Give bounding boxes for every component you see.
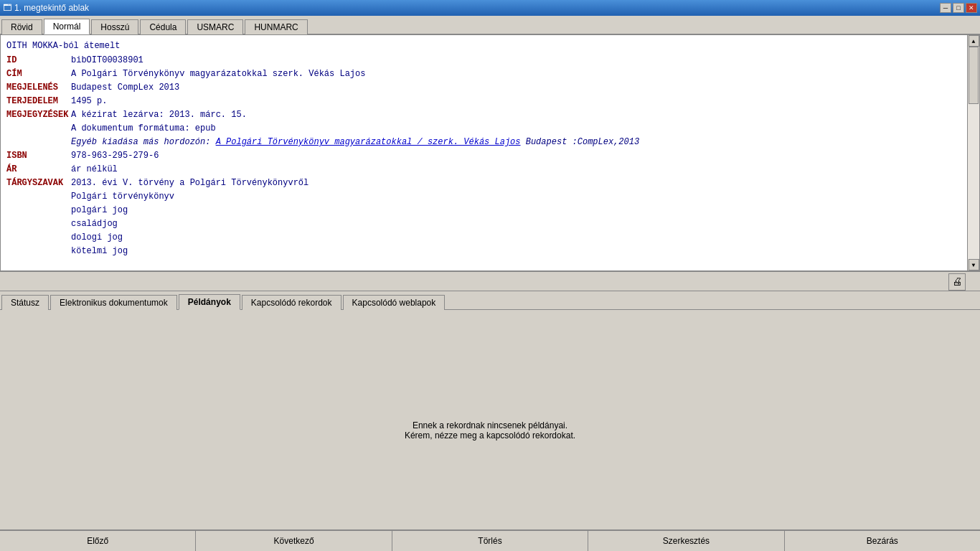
- scroll-up-arrow[interactable]: ▲: [969, 35, 979, 47]
- field-label-targy: TÁRGYSZAVAK: [6, 176, 71, 189]
- record-field-megjegyzes: MEGJEGYZÉSEK A kézirat lezárva: 2013. má…: [6, 108, 965, 121]
- field-label-targy6: [6, 245, 71, 258]
- window-icon: 🗔: [3, 3, 11, 13]
- record-field-targy5: dologi jog: [6, 231, 965, 244]
- egyeb-kiadas-prefix: Egyéb kiadása más hordozón:: [71, 137, 216, 147]
- elozо-button[interactable]: Előző: [0, 531, 196, 551]
- field-value-megjegyzes2: A dokumentum formátuma: epub: [71, 122, 216, 135]
- record-field-targy6: kötelmi jog: [6, 245, 965, 258]
- record-content-inner: OITH MOKKA-ból átemelt ID bibOIT00038901…: [1, 35, 979, 270]
- vertical-scrollbar[interactable]: ▲ ▼: [967, 35, 979, 270]
- field-value-id: bibOIT00038901: [71, 54, 143, 67]
- record-content-area: OITH MOKKA-ból átemelt ID bibOIT00038901…: [0, 34, 980, 271]
- field-value-cim: A Polgári Törvénykönyv magyarázatokkal s…: [71, 67, 365, 80]
- record-field-terjedelem: TERJEDELEM 1495 p.: [6, 95, 965, 108]
- field-label-megjegyzes2: [6, 122, 71, 135]
- title-bar-controls: ─ □ ✕: [940, 3, 977, 13]
- field-label-megjegyzes3: [6, 136, 71, 149]
- torles-button[interactable]: Törlés: [392, 531, 588, 551]
- tab-normal[interactable]: Normál: [44, 19, 90, 34]
- field-label-megjelenes: MEGJELENÉS: [6, 81, 71, 94]
- main-window: 🗔 1. megtekintő ablak ─ □ ✕ Rövid Normál…: [0, 0, 980, 551]
- top-tab-bar: Rövid Normál Hosszú Cédula USMARC HUNMAR…: [0, 16, 980, 34]
- field-label-targy4: [6, 217, 71, 230]
- record-field-megjegyzes3: Egyéb kiadása más hordozón: A Polgári Tö…: [6, 136, 965, 149]
- tab-usmarc[interactable]: USMARC: [187, 19, 243, 34]
- tab-peldanyok[interactable]: Példányok: [179, 294, 240, 310]
- no-records-line2: Kérem, nézze meg a kapcsolódó rekordokat…: [405, 430, 575, 441]
- egyeb-kiadas-link[interactable]: A Polgári Törvénykönyv magyarázatokkal /…: [216, 137, 521, 147]
- tab-rovid[interactable]: Rövid: [1, 19, 42, 34]
- minimize-button[interactable]: ─: [940, 3, 951, 13]
- field-value-targy6: kötelmi jog: [71, 245, 128, 258]
- field-value-targy1: 2013. évi V. törvény a Polgári Törvénykö…: [71, 176, 308, 189]
- field-label-cim: CÍM: [6, 67, 71, 80]
- field-label-targy5: [6, 231, 71, 244]
- scroll-track[interactable]: [968, 47, 979, 259]
- tab-hosszu[interactable]: Hosszú: [91, 19, 138, 34]
- tab-kapcsolodo-weblapok[interactable]: Kapcsolódó weblapok: [343, 295, 446, 310]
- field-value-megjegyzes3: Egyéb kiadása más hordozón: A Polgári Tö…: [71, 136, 639, 149]
- field-value-terjedelem: 1495 p.: [71, 95, 107, 108]
- field-label-terjedelem: TERJEDELEM: [6, 95, 71, 108]
- record-field-targy1: TÁRGYSZAVAK 2013. évi V. törvény a Polgá…: [6, 176, 965, 189]
- tab-status[interactable]: Státusz: [1, 295, 49, 310]
- field-label-targy3: [6, 204, 71, 217]
- record-field-id: ID bibOIT00038901: [6, 54, 965, 67]
- window-title: 1. megtekintő ablak: [14, 3, 89, 13]
- field-value-megjelenes: Budapest CompLex 2013: [71, 81, 179, 94]
- field-value-targy2: Polgári törvénykönyv: [71, 190, 174, 203]
- record-field-megjegyzes2: A dokumentum formátuma: epub: [6, 122, 965, 135]
- title-bar: 🗔 1. megtekintő ablak ─ □ ✕: [0, 0, 980, 16]
- field-label-isbn: ISBN: [6, 149, 71, 162]
- kovetkezo-button[interactable]: Következő: [196, 531, 392, 551]
- no-records-message: Ennek a rekordnak nincsenek példányai. K…: [405, 420, 575, 441]
- record-field-ar: ÁR ár nélkül: [6, 163, 965, 176]
- tab-cedula[interactable]: Cédula: [140, 19, 186, 34]
- field-label-id: ID: [6, 54, 71, 67]
- window-body: Rövid Normál Hosszú Cédula USMARC HUNMAR…: [0, 16, 980, 551]
- separator-area: 🖨: [0, 271, 980, 291]
- source-line: OITH MOKKA-ból átemelt: [6, 39, 965, 52]
- no-records-line1: Ennek a rekordnak nincsenek példányai.: [405, 420, 575, 430]
- record-field-targy2: Polgári törvénykönyv: [6, 190, 965, 203]
- maximize-button[interactable]: □: [953, 3, 964, 13]
- bottom-tab-bar: Státusz Elektronikus dokumentumok Példán…: [0, 291, 980, 310]
- field-value-megjegyzes: A kézirat lezárva: 2013. márc. 15.: [71, 108, 247, 121]
- record-field-targy4: családjog: [6, 217, 965, 230]
- szerkesztes-button[interactable]: Szerkesztés: [588, 531, 784, 551]
- field-value-targy3: polgári jog: [71, 204, 128, 217]
- tab-kapcsolodo-rekordok[interactable]: Kapcsolódó rekordok: [242, 295, 341, 310]
- field-label-megjegyzes: MEGJEGYZÉSEK: [6, 108, 71, 121]
- field-value-targy4: családjog: [71, 217, 118, 230]
- tab-hunmarc[interactable]: HUNMARC: [245, 19, 307, 34]
- close-button[interactable]: ✕: [966, 3, 977, 13]
- field-value-targy5: dologi jog: [71, 231, 123, 244]
- field-label-targy2: [6, 190, 71, 203]
- title-bar-left: 🗔 1. megtekintő ablak: [3, 3, 89, 13]
- record-field-cim: CÍM A Polgári Törvénykönyv magyarázatokk…: [6, 67, 965, 80]
- field-value-isbn: 978-963-295-279-6: [71, 149, 159, 162]
- record-field-isbn: ISBN 978-963-295-279-6: [6, 149, 965, 162]
- print-button[interactable]: 🖨: [948, 273, 966, 291]
- field-value-ar: ár nélkül: [71, 163, 118, 176]
- bottom-content-area: Ennek a rekordnak nincsenek példányai. K…: [0, 310, 980, 551]
- footer: Előző Következő Törlés Szerkesztés Bezár…: [0, 529, 980, 551]
- field-label-ar: ÁR: [6, 163, 71, 176]
- bezaras-button[interactable]: Bezárás: [785, 531, 980, 551]
- scroll-thumb[interactable]: [969, 47, 979, 104]
- record-field-megjelenes: MEGJELENÉS Budapest CompLex 2013: [6, 81, 965, 94]
- tab-elektronikus[interactable]: Elektronikus dokumentumok: [50, 295, 177, 310]
- scroll-down-arrow[interactable]: ▼: [969, 259, 979, 270]
- egyeb-kiadas-suffix: Budapest :CompLex,2013: [521, 137, 640, 147]
- record-field-targy3: polgári jog: [6, 204, 965, 217]
